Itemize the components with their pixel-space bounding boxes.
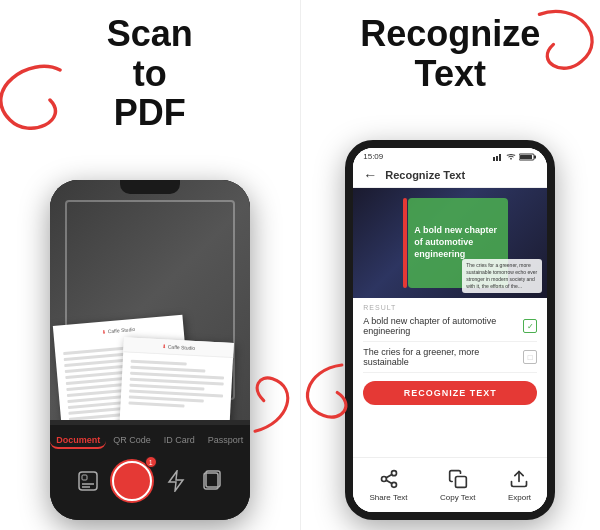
share-label: Share Text: [369, 493, 407, 502]
nav-title: Recognize Text: [385, 169, 465, 181]
tab-qrcode[interactable]: QR Code: [107, 433, 157, 449]
tab-idcard[interactable]: ID Card: [158, 433, 201, 449]
camera-viewfinder: ⬇ Caffe Studio: [50, 180, 250, 420]
share-text-button[interactable]: Share Text: [369, 468, 407, 502]
svg-rect-8: [496, 156, 498, 161]
capture-badge: 1: [145, 456, 157, 468]
result-row-2: The cries for a greener, more sustainabl…: [363, 342, 537, 373]
doc-content-2: [120, 352, 233, 417]
check-1[interactable]: ✓: [523, 319, 537, 333]
svg-rect-12: [520, 155, 532, 159]
recognize-text-button[interactable]: RECOGNIZE TEXT: [363, 381, 537, 405]
bottom-bar-left: Document QR Code ID Card Passport: [50, 425, 250, 520]
svg-rect-7: [493, 157, 495, 161]
export-label: Export: [508, 493, 531, 502]
svg-marker-4: [169, 471, 183, 491]
phone-right-mockup: 15:09: [335, 140, 565, 530]
svg-rect-9: [499, 154, 501, 161]
swirl-decoration-bottom-right: [301, 360, 351, 425]
document-sheet-2: ⬇ Caffe Studio: [116, 337, 234, 420]
status-time: 15:09: [363, 152, 383, 161]
result-row-1: A bold new chapter of automotive enginee…: [363, 311, 537, 342]
camera-controls: 1: [50, 453, 250, 509]
svg-line-16: [386, 480, 392, 483]
swirl-decoration-top-left: [0, 60, 70, 140]
phone-left-frame: ⬇ Caffe Studio: [50, 180, 250, 520]
phone-notch-left: [120, 180, 180, 194]
scan-image-background: A bold new chapter of automotive enginee…: [353, 188, 547, 298]
battery-icon: [519, 153, 537, 161]
flash-button[interactable]: [162, 467, 190, 495]
swirl-decoration-bottom-left: [245, 370, 300, 440]
svg-rect-1: [82, 475, 87, 480]
red-accent-bar: [403, 198, 407, 288]
page-button[interactable]: [198, 467, 226, 495]
capture-button[interactable]: 1: [110, 459, 154, 503]
left-title: Scan to PDF: [107, 14, 193, 133]
copy-icon: [447, 468, 469, 490]
phone-right-frame: 15:09: [345, 140, 555, 520]
small-text-overlay: The cries for a greener, more sustainabl…: [462, 259, 542, 293]
svg-line-17: [386, 474, 392, 477]
svg-rect-11: [534, 155, 536, 158]
share-icon: [378, 468, 400, 490]
swirl-decoration-top-right: [530, 5, 600, 80]
action-bar: Share Text Copy Text: [353, 457, 547, 512]
export-icon: [508, 468, 530, 490]
tab-passport[interactable]: Passport: [202, 433, 250, 449]
scan-image-area: A bold new chapter of automotive enginee…: [353, 188, 547, 298]
result-section: RESULT A bold new chapter of automotive …: [353, 298, 547, 375]
status-bar: 15:09: [353, 148, 547, 163]
phone-right-screen: 15:09: [353, 148, 547, 512]
copy-label: Copy Text: [440, 493, 475, 502]
back-button[interactable]: ←: [363, 167, 377, 183]
check-2[interactable]: □: [523, 350, 537, 364]
result-label: RESULT: [363, 304, 537, 311]
tab-document[interactable]: Document: [50, 433, 106, 449]
right-title: Recognize Text: [360, 14, 540, 93]
scan-tab-bar: Document QR Code ID Card Passport: [50, 425, 250, 453]
phone-left-mockup: ⬇ Caffe Studio: [40, 170, 260, 530]
result-text-2: The cries for a greener, more sustainabl…: [363, 347, 519, 367]
highlighted-text-content: A bold new chapter of automotive enginee…: [414, 225, 502, 260]
svg-rect-18: [455, 477, 466, 488]
export-button[interactable]: Export: [508, 468, 531, 502]
left-panel: Scan to PDF ⬇ Caffe Studio: [0, 0, 300, 530]
nav-bar: ← Recognize Text: [353, 163, 547, 188]
gallery-button[interactable]: [74, 467, 102, 495]
doc-logo-1: ⬇ Caffe Studio: [98, 323, 139, 338]
status-icons: [493, 153, 537, 161]
wifi-icon: [506, 153, 516, 161]
result-text-1: A bold new chapter of automotive enginee…: [363, 316, 519, 336]
signal-icon: [493, 153, 503, 161]
right-panel: Recognize Text 15:09: [301, 0, 601, 530]
phone-left-screen: ⬇ Caffe Studio: [50, 180, 250, 520]
copy-text-button[interactable]: Copy Text: [440, 468, 475, 502]
